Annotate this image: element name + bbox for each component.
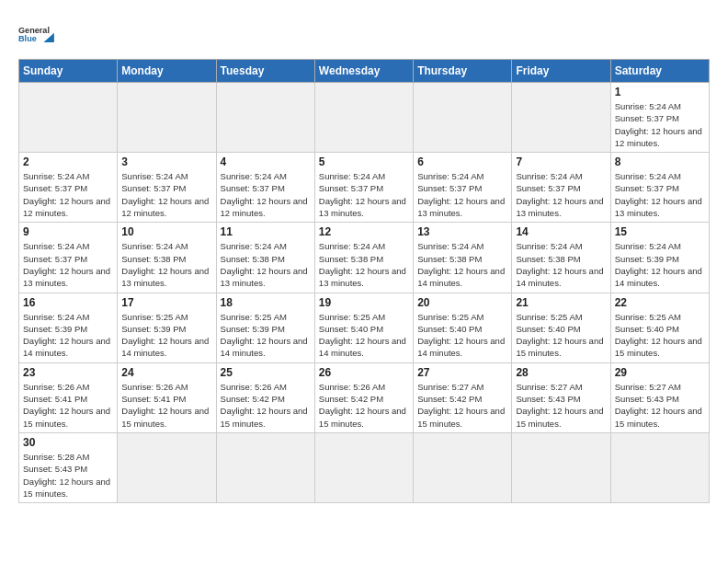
calendar-cell [118,83,216,153]
day-info: Sunrise: 5:24 AMSunset: 5:37 PMDaylight:… [615,170,705,219]
day-info: Sunrise: 5:27 AMSunset: 5:43 PMDaylight:… [516,381,606,430]
day-number: 25 [221,366,311,379]
calendar-cell [216,432,314,502]
day-info: Sunrise: 5:27 AMSunset: 5:43 PMDaylight:… [615,381,705,430]
day-number: 7 [516,155,606,168]
day-info: Sunrise: 5:25 AMSunset: 5:39 PMDaylight:… [221,311,311,360]
weekday-header-monday: Monday [118,60,216,83]
day-info: Sunrise: 5:24 AMSunset: 5:37 PMDaylight:… [23,240,113,289]
weekday-header-saturday: Saturday [610,60,709,83]
day-number: 21 [516,296,606,309]
day-info: Sunrise: 5:24 AMSunset: 5:38 PMDaylight:… [121,240,211,289]
calendar-cell [512,83,610,153]
header: General Blue [18,15,710,52]
calendar-cell: 5Sunrise: 5:24 AMSunset: 5:37 PMDaylight… [314,153,413,223]
day-info: Sunrise: 5:24 AMSunset: 5:38 PMDaylight:… [417,240,507,289]
calendar-cell: 26Sunrise: 5:26 AMSunset: 5:42 PMDayligh… [314,362,413,432]
calendar-cell: 14Sunrise: 5:24 AMSunset: 5:38 PMDayligh… [512,223,610,293]
calendar-cell: 25Sunrise: 5:26 AMSunset: 5:42 PMDayligh… [216,362,314,432]
day-info: Sunrise: 5:24 AMSunset: 5:37 PMDaylight:… [121,170,211,219]
calendar-body: 1Sunrise: 5:24 AMSunset: 5:37 PMDaylight… [19,83,710,503]
day-info: Sunrise: 5:25 AMSunset: 5:40 PMDaylight:… [319,311,409,360]
calendar-cell: 30Sunrise: 5:28 AMSunset: 5:43 PMDayligh… [19,432,118,502]
calendar-cell: 19Sunrise: 5:25 AMSunset: 5:40 PMDayligh… [314,293,413,362]
calendar-week-6: 30Sunrise: 5:28 AMSunset: 5:43 PMDayligh… [19,432,710,502]
calendar-cell: 20Sunrise: 5:25 AMSunset: 5:40 PMDayligh… [414,293,512,362]
calendar-cell [314,432,413,502]
svg-text:General: General [18,26,50,35]
day-info: Sunrise: 5:27 AMSunset: 5:42 PMDaylight:… [417,381,507,430]
calendar-cell: 18Sunrise: 5:25 AMSunset: 5:39 PMDayligh… [216,293,314,362]
calendar-cell: 21Sunrise: 5:25 AMSunset: 5:40 PMDayligh… [512,293,610,362]
day-info: Sunrise: 5:24 AMSunset: 5:37 PMDaylight:… [417,170,507,219]
calendar-cell [314,83,413,153]
day-info: Sunrise: 5:25 AMSunset: 5:40 PMDaylight:… [615,311,705,360]
day-number: 26 [319,366,409,379]
day-number: 5 [319,155,409,168]
logo: General Blue [18,18,55,52]
calendar-cell: 7Sunrise: 5:24 AMSunset: 5:37 PMDaylight… [512,153,610,223]
calendar-cell: 16Sunrise: 5:24 AMSunset: 5:39 PMDayligh… [19,293,118,362]
calendar-cell: 3Sunrise: 5:24 AMSunset: 5:37 PMDaylight… [118,153,216,223]
calendar-week-4: 16Sunrise: 5:24 AMSunset: 5:39 PMDayligh… [19,293,710,362]
day-number: 24 [121,366,211,379]
calendar-cell: 22Sunrise: 5:25 AMSunset: 5:40 PMDayligh… [610,293,709,362]
calendar-cell: 9Sunrise: 5:24 AMSunset: 5:37 PMDaylight… [19,223,118,293]
day-number: 11 [221,225,311,238]
calendar-week-3: 9Sunrise: 5:24 AMSunset: 5:37 PMDaylight… [19,223,710,293]
calendar-week-5: 23Sunrise: 5:26 AMSunset: 5:41 PMDayligh… [19,362,710,432]
calendar-cell [610,432,709,502]
day-info: Sunrise: 5:24 AMSunset: 5:38 PMDaylight:… [319,240,409,289]
day-info: Sunrise: 5:24 AMSunset: 5:37 PMDaylight:… [221,170,311,219]
day-number: 8 [615,155,705,168]
day-info: Sunrise: 5:28 AMSunset: 5:43 PMDaylight:… [23,451,113,500]
day-info: Sunrise: 5:24 AMSunset: 5:38 PMDaylight:… [516,240,606,289]
calendar-cell: 24Sunrise: 5:26 AMSunset: 5:41 PMDayligh… [118,362,216,432]
day-number: 16 [23,296,113,309]
day-info: Sunrise: 5:24 AMSunset: 5:37 PMDaylight:… [23,170,113,219]
calendar-cell [216,83,314,153]
day-info: Sunrise: 5:25 AMSunset: 5:40 PMDaylight:… [516,311,606,360]
day-info: Sunrise: 5:26 AMSunset: 5:41 PMDaylight:… [121,381,211,430]
day-info: Sunrise: 5:25 AMSunset: 5:39 PMDaylight:… [121,311,211,360]
calendar-cell: 1Sunrise: 5:24 AMSunset: 5:37 PMDaylight… [610,83,709,153]
calendar-cell: 28Sunrise: 5:27 AMSunset: 5:43 PMDayligh… [512,362,610,432]
day-number: 20 [417,296,507,309]
calendar-cell: 2Sunrise: 5:24 AMSunset: 5:37 PMDaylight… [19,153,118,223]
calendar-cell [414,83,512,153]
calendar-cell: 10Sunrise: 5:24 AMSunset: 5:38 PMDayligh… [118,223,216,293]
day-info: Sunrise: 5:24 AMSunset: 5:37 PMDaylight:… [615,100,705,149]
day-info: Sunrise: 5:26 AMSunset: 5:42 PMDaylight:… [221,381,311,430]
calendar-cell: 8Sunrise: 5:24 AMSunset: 5:37 PMDaylight… [610,153,709,223]
calendar-cell: 11Sunrise: 5:24 AMSunset: 5:38 PMDayligh… [216,223,314,293]
day-number: 12 [319,225,409,238]
day-info: Sunrise: 5:26 AMSunset: 5:42 PMDaylight:… [319,381,409,430]
calendar-cell: 4Sunrise: 5:24 AMSunset: 5:37 PMDaylight… [216,153,314,223]
calendar-cell: 6Sunrise: 5:24 AMSunset: 5:37 PMDaylight… [414,153,512,223]
weekday-header-friday: Friday [512,60,610,83]
calendar-cell: 13Sunrise: 5:24 AMSunset: 5:38 PMDayligh… [414,223,512,293]
weekday-header-tuesday: Tuesday [216,60,314,83]
day-number: 6 [417,155,507,168]
day-number: 3 [121,155,211,168]
weekday-header-row: SundayMondayTuesdayWednesdayThursdayFrid… [19,60,710,83]
day-number: 10 [121,225,211,238]
day-info: Sunrise: 5:24 AMSunset: 5:37 PMDaylight:… [516,170,606,219]
day-number: 30 [23,436,113,449]
calendar-cell: 29Sunrise: 5:27 AMSunset: 5:43 PMDayligh… [610,362,709,432]
day-number: 29 [615,366,705,379]
day-info: Sunrise: 5:24 AMSunset: 5:39 PMDaylight:… [23,311,113,360]
day-number: 22 [615,296,705,309]
calendar-cell [512,432,610,502]
calendar-cell: 15Sunrise: 5:24 AMSunset: 5:39 PMDayligh… [610,223,709,293]
day-number: 27 [417,366,507,379]
calendar-table: SundayMondayTuesdayWednesdayThursdayFrid… [18,59,710,503]
day-info: Sunrise: 5:24 AMSunset: 5:37 PMDaylight:… [319,170,409,219]
day-number: 17 [121,296,211,309]
day-info: Sunrise: 5:25 AMSunset: 5:40 PMDaylight:… [417,311,507,360]
weekday-header-sunday: Sunday [19,60,118,83]
day-number: 4 [221,155,311,168]
day-info: Sunrise: 5:24 AMSunset: 5:38 PMDaylight:… [221,240,311,289]
day-number: 28 [516,366,606,379]
day-number: 2 [23,155,113,168]
